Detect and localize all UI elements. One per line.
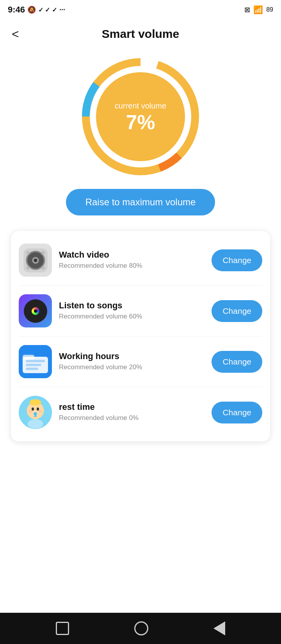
- watch-video-rec: Recommended volume 80%: [59, 262, 208, 270]
- gauge-inner: current volume 7%: [94, 70, 187, 164]
- svg-rect-15: [23, 355, 34, 360]
- svg-point-8: [34, 258, 37, 262]
- svg-point-10: [41, 251, 44, 254]
- bottom-nav: [0, 613, 281, 644]
- nav-square-button[interactable]: [56, 622, 69, 635]
- square-icon: [56, 622, 69, 635]
- svg-point-9: [26, 251, 30, 254]
- circle-icon: [134, 621, 148, 635]
- list-item: Watch video Recommended volume 80% Chang…: [19, 235, 262, 286]
- svg-point-26: [30, 399, 41, 406]
- list-item: Working hours Recommended volume 20% Cha…: [19, 336, 262, 387]
- wifi-icon: 📶: [253, 5, 263, 14]
- working-hours-name: Working hours: [59, 351, 208, 361]
- rest-time-name: rest time: [59, 402, 208, 412]
- svg-point-12: [41, 266, 44, 269]
- list-item: Listen to songs Recommended volume 60% C…: [19, 286, 262, 336]
- rest-time-rec: Recommended volume 0%: [59, 414, 208, 422]
- working-hours-icon: [19, 345, 52, 378]
- page-title: Smart volume: [102, 27, 179, 41]
- svg-point-21: [32, 407, 34, 411]
- list-item: rest time Recommended volume 0% Change: [19, 387, 262, 438]
- svg-rect-17: [26, 364, 41, 366]
- status-icons: ⊠ 📶 89: [244, 5, 273, 14]
- nav-home-button[interactable]: [134, 621, 148, 635]
- status-bar: 9:46 🔕 ✓ ✓ ✓ ··· ⊠ 📶 89: [0, 0, 281, 20]
- battery-icon: 89: [266, 6, 273, 13]
- rest-time-change-button[interactable]: Change: [212, 402, 262, 423]
- svg-point-28: [38, 410, 42, 413]
- header: < Smart volume: [0, 20, 281, 48]
- svg-point-29: [28, 419, 43, 429]
- svg-point-22: [37, 407, 39, 411]
- gauge-container: current volume 7%: [0, 48, 281, 189]
- working-hours-rec: Recommended volume 20%: [59, 363, 208, 372]
- listen-songs-info: Listen to songs Recommended volume 60%: [59, 301, 208, 321]
- raise-to-max-button[interactable]: Raise to maximum volume: [66, 189, 215, 215]
- close-icon: ⊠: [244, 5, 250, 14]
- svg-rect-16: [26, 360, 45, 362]
- rest-time-icon: [19, 396, 52, 429]
- watch-video-icon: [19, 244, 52, 277]
- gauge-value: 7%: [126, 112, 155, 132]
- watch-video-change-button[interactable]: Change: [212, 249, 262, 271]
- triangle-icon: [213, 621, 225, 635]
- working-hours-change-button[interactable]: Change: [212, 351, 262, 373]
- listen-songs-icon: [19, 294, 52, 327]
- svg-rect-18: [26, 368, 38, 370]
- status-time: 9:46 🔕 ✓ ✓ ✓ ···: [8, 5, 65, 15]
- gauge-wrapper: current volume 7%: [80, 56, 201, 177]
- svg-point-11: [26, 266, 30, 269]
- svg-point-27: [28, 410, 32, 413]
- listen-songs-change-button[interactable]: Change: [212, 300, 262, 322]
- svg-point-24: [34, 412, 37, 415]
- listen-songs-name: Listen to songs: [59, 301, 208, 311]
- rest-time-info: rest time Recommended volume 0%: [59, 402, 208, 422]
- svg-rect-25: [34, 415, 37, 417]
- raise-btn-container: Raise to maximum volume: [0, 189, 281, 215]
- watch-video-name: Watch video: [59, 250, 208, 260]
- gauge-label: current volume: [115, 101, 166, 110]
- listen-songs-rec: Recommended volume 60%: [59, 312, 208, 321]
- working-hours-info: Working hours Recommended volume 20%: [59, 351, 208, 372]
- watch-video-info: Watch video Recommended volume 80%: [59, 250, 208, 270]
- cards-container: Watch video Recommended volume 80% Chang…: [11, 231, 270, 441]
- nav-back-button[interactable]: [213, 621, 225, 635]
- back-button[interactable]: <: [12, 27, 19, 41]
